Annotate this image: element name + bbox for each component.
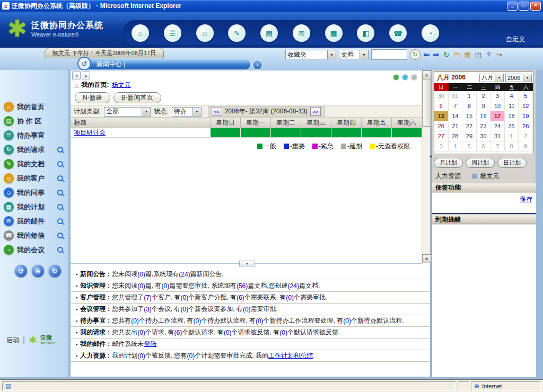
calendar-day[interactable]: 10 — [491, 101, 505, 111]
plan-button[interactable]: 周计划 — [466, 158, 495, 168]
count-link[interactable]: (0) — [279, 329, 287, 336]
pin-icon[interactable]: ⌂ — [132, 24, 149, 42]
count-link[interactable]: (0) — [181, 306, 189, 313]
search-icon[interactable] — [57, 175, 63, 181]
next-week-button[interactable]: >> — [310, 107, 321, 116]
calendar-day[interactable]: 11 — [505, 101, 519, 111]
collapse-handle[interactable]: ▾ — [239, 261, 255, 266]
month-select[interactable]: 八月 ▼ — [479, 74, 504, 82]
count-link[interactable]: (0) — [256, 317, 264, 325]
globe-icon[interactable]: ⊕ — [32, 265, 44, 277]
print-icon[interactable]: ◫ — [474, 50, 483, 59]
count-link[interactable]: (0) — [137, 329, 145, 336]
sidebar-item-mail[interactable]: ✉我的邮件 — [0, 214, 68, 228]
search-icon[interactable] — [57, 247, 63, 253]
search-icon[interactable] — [57, 233, 63, 238]
calendar-day[interactable]: 12 — [519, 101, 533, 111]
help-icon[interactable]: ? — [484, 50, 493, 59]
widget-close-icon[interactable] — [411, 74, 417, 81]
save-button[interactable]: 保存 — [520, 195, 532, 204]
count-link[interactable]: (0) — [137, 271, 145, 278]
calendar-day[interactable]: 6 — [434, 101, 449, 111]
document-icon[interactable]: ▤ — [260, 24, 278, 42]
pause-scroll-button[interactable]: ‖ — [252, 60, 262, 70]
tab-newscenter[interactable]: 新闻中心 | — [80, 59, 250, 69]
search-icon[interactable] — [57, 204, 63, 210]
calendar-day[interactable]: 13 — [434, 111, 449, 121]
calendar-day[interactable]: 30 — [434, 91, 449, 101]
forward-icon[interactable]: ⇒ — [433, 50, 440, 59]
summary-link[interactable]: 登陆 — [144, 340, 156, 349]
sidebar-item-home[interactable]: ⌂我的首页 — [0, 100, 68, 114]
message-icon[interactable]: ◧ — [357, 24, 374, 42]
scrollbar-down-icon[interactable]: ▼ — [422, 254, 431, 263]
count-link[interactable]: (3) — [144, 306, 152, 313]
dropdown-arrow-icon[interactable]: ▼ — [360, 50, 368, 59]
calendar-day[interactable]: 27 — [434, 131, 449, 141]
count-link[interactable]: (56) — [237, 282, 248, 290]
vertical-scrollbar[interactable]: ▲ ▼ — [422, 70, 430, 263]
calendar-day[interactable]: 25 — [505, 121, 519, 131]
count-link[interactable]: (0) — [137, 352, 145, 360]
refresh-icon[interactable]: ↻ — [442, 50, 451, 59]
calendar-day[interactable]: 3 — [491, 91, 505, 101]
folder-icon[interactable]: ▤ — [452, 50, 461, 59]
scroll-up-button[interactable]: ▴ — [82, 72, 90, 79]
calendar-day[interactable]: 2 — [477, 91, 491, 101]
count-link[interactable]: (7) — [144, 294, 152, 301]
workflow-icon[interactable]: ☰ — [164, 24, 181, 42]
count-link[interactable]: (0) — [286, 294, 294, 301]
report-icon[interactable]: ◔ — [422, 24, 439, 42]
sidebar-item-collab[interactable]: ▤协 作 区 — [0, 114, 68, 128]
calendar-day[interactable]: 24 — [491, 121, 505, 131]
calendar-day[interactable]: 6 — [477, 141, 491, 152]
go-button[interactable]: ↻ — [410, 49, 421, 60]
count-link[interactable]: (0) — [343, 317, 351, 325]
edit-icon[interactable]: ✎ — [228, 24, 246, 42]
calendar-day[interactable]: 7 — [491, 141, 505, 152]
search-input[interactable] — [371, 49, 407, 60]
calendar-day[interactable]: 20 — [434, 121, 449, 131]
calendar-day[interactable]: 21 — [449, 121, 463, 131]
search-icon[interactable] — [57, 218, 63, 224]
calendar-day[interactable]: 30 — [477, 131, 491, 141]
sidebar-item-customers[interactable]: ☺我的客户 — [0, 171, 68, 185]
logout-icon[interactable]: ↪ — [495, 50, 504, 59]
calendar-day[interactable]: 17 — [491, 111, 505, 121]
calendar-day[interactable]: 2 — [519, 131, 533, 141]
search-icon[interactable] — [57, 161, 63, 167]
dropdown-arrow-icon[interactable]: ▼ — [192, 108, 201, 116]
prev-week-button[interactable]: << — [212, 107, 222, 116]
search-icon[interactable] — [57, 190, 63, 195]
dropdown-arrow-icon[interactable]: ▼ — [523, 74, 531, 82]
news-home-button[interactable]: B-新闻首页 — [113, 92, 161, 103]
calendar-day[interactable]: 23 — [477, 121, 491, 131]
doctype-select[interactable]: 文档 ▼ — [339, 50, 369, 59]
sidebar-item-todo[interactable]: ☰待办事宜 — [0, 128, 68, 142]
calendar-day[interactable]: 31 — [449, 91, 463, 101]
calendar-day[interactable]: 16 — [477, 111, 491, 121]
sidebar-item-requests[interactable]: ↻我的请求 — [0, 142, 68, 157]
plan-button[interactable]: 日计划 — [497, 158, 527, 168]
calendar-day[interactable]: 5 — [462, 141, 477, 152]
close-button[interactable]: × — [530, 2, 541, 11]
plan-type-select[interactable]: 全部 ▼ — [104, 107, 151, 117]
grid-icon[interactable]: ▦ — [463, 50, 472, 59]
calendar-day[interactable]: 8 — [462, 101, 477, 111]
calendar-day[interactable]: 19 — [519, 111, 533, 121]
scrollbar-thumb[interactable] — [422, 79, 431, 127]
count-link[interactable]: (0) — [243, 306, 251, 313]
calendar-day[interactable]: 31 — [491, 131, 505, 141]
count-link[interactable]: (0) — [224, 329, 232, 336]
calendar-day[interactable]: 5 — [519, 91, 533, 101]
calendar-day[interactable]: 1 — [505, 131, 519, 141]
customize-link[interactable]: 自定义 — [506, 35, 525, 44]
widget-refresh-icon[interactable] — [402, 74, 408, 81]
calendar-day[interactable]: 29 — [462, 131, 477, 141]
scrollbar-up-icon[interactable]: ▲ — [422, 70, 431, 79]
count-link[interactable]: (0) — [162, 282, 170, 290]
dropdown-arrow-icon[interactable]: ▼ — [327, 50, 336, 59]
favorites-select[interactable]: 收藏夹 ▼ — [285, 50, 336, 59]
sidebar-item-colleagues[interactable]: ☺我的同事 — [0, 185, 68, 200]
calendar-day[interactable]: 4 — [449, 141, 463, 152]
